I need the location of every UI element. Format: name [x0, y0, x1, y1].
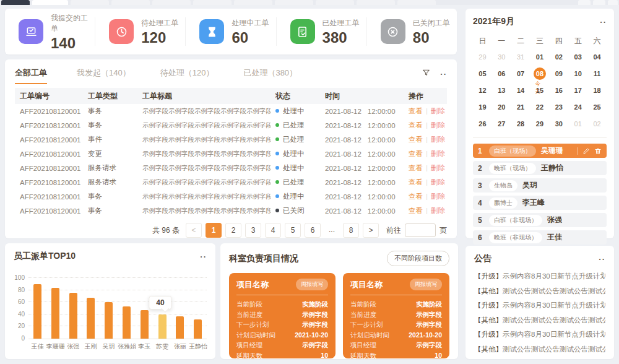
browser-tab[interactable]: [608, 0, 618, 5]
weekly-report-badge[interactable]: 周报填写: [410, 279, 442, 290]
calendar-day[interactable]: 05: [473, 66, 492, 81]
weekly-report-badge[interactable]: 周报填写: [296, 279, 328, 290]
shift-item[interactable]: 4鹏博士李王峰: [473, 196, 607, 210]
filter-funnel-icon[interactable]: [422, 68, 430, 79]
more-icon[interactable]: ··: [200, 253, 207, 261]
delete-link[interactable]: 删除: [431, 136, 445, 143]
announcement-item[interactable]: 【其他】测试公告测试公告测试公告测试公告测试公告: [474, 284, 605, 299]
view-link[interactable]: 查看: [409, 164, 423, 171]
pagination-goto-input[interactable]: [405, 223, 436, 237]
shift-item[interactable]: 3生物岛吴玥: [473, 178, 607, 193]
browser-tab[interactable]: [32, 0, 68, 5]
announcement-item[interactable]: 【升级】示例内容8月30日新节点升级计划通知: [474, 298, 605, 313]
pagination-page-3[interactable]: 3: [245, 223, 261, 238]
calendar-day[interactable]: 21: [511, 100, 530, 115]
browser-tab[interactable]: [593, 0, 605, 5]
calendar-day[interactable]: 02: [549, 50, 568, 64]
delete-link[interactable]: 删除: [431, 193, 445, 200]
browser-tab[interactable]: [275, 0, 313, 5]
browser-tab[interactable]: [578, 0, 591, 5]
trash-icon[interactable]: [594, 147, 602, 155]
calendar-day[interactable]: 30: [549, 116, 568, 131]
view-link[interactable]: 查看: [409, 107, 423, 115]
shift-item[interactable]: 1白班（现场）吴珊珊: [473, 144, 607, 158]
calendar-day[interactable]: 19: [473, 100, 492, 115]
calendar-day[interactable]: 30: [492, 50, 511, 64]
calendar-day[interactable]: 01: [530, 50, 550, 64]
chart-bar[interactable]: [105, 302, 113, 339]
delete-link[interactable]: 删除: [431, 164, 445, 171]
calendar-day[interactable]: 16: [549, 83, 568, 98]
calendar-day[interactable]: 03: [568, 50, 587, 64]
calendar-day[interactable]: 12: [473, 83, 492, 98]
pagination-page-4[interactable]: 4: [265, 223, 281, 238]
chart-bar[interactable]: [176, 316, 184, 339]
browser-tab[interactable]: [193, 0, 232, 5]
calendar-day[interactable]: 15: [530, 83, 550, 98]
calendar-day[interactable]: 24: [568, 100, 587, 115]
shift-item[interactable]: 6晚班（非现场）王佳: [473, 230, 607, 245]
shift-item[interactable]: 2晚班（现场）王静怡: [473, 161, 607, 175]
calendar-day-today[interactable]: 08今天: [530, 66, 550, 81]
calendar-day[interactable]: 23: [549, 100, 568, 115]
calendar-day[interactable]: 22: [530, 100, 550, 115]
pagination-page-2[interactable]: 2: [225, 223, 241, 238]
calendar-day[interactable]: 09: [549, 66, 568, 81]
announcement-item[interactable]: 【升级】示例内容8月30日新节点升级计划通知: [474, 327, 605, 342]
chart-bar[interactable]: [87, 298, 95, 339]
delete-link[interactable]: 删除: [431, 121, 445, 129]
view-link[interactable]: 查看: [409, 178, 423, 186]
delete-link[interactable]: 删除: [431, 107, 445, 115]
delete-link[interactable]: 删除: [431, 150, 445, 157]
view-link[interactable]: 查看: [409, 193, 423, 200]
view-link[interactable]: 查看: [409, 150, 423, 157]
tab-workorders-3[interactable]: 已处理（380）: [243, 67, 297, 84]
calendar-day[interactable]: 10: [568, 66, 587, 81]
calendar-day[interactable]: 01: [568, 116, 587, 131]
calendar-day[interactable]: 07: [511, 66, 530, 81]
chart-bar[interactable]: [69, 293, 77, 339]
chart-bar[interactable]: [123, 306, 131, 339]
browser-tab-active[interactable]: [1, 0, 30, 5]
tab-workorders-2[interactable]: 待处理（120）: [160, 67, 214, 84]
calendar-day[interactable]: 17: [568, 83, 587, 98]
tab-workorders-1[interactable]: 我发起（140）: [77, 67, 131, 84]
pagination-page-8[interactable]: 8: [343, 223, 359, 238]
calendar-day[interactable]: 18: [587, 83, 607, 98]
calendar-day[interactable]: 20: [492, 100, 511, 115]
calendar-day[interactable]: 25: [587, 100, 607, 115]
calendar-day[interactable]: 02: [587, 116, 607, 131]
announcement-item[interactable]: 【其他】测试公告测试公告测试公告测试公告测试公告: [474, 313, 605, 328]
calendar-day[interactable]: 06: [492, 66, 511, 81]
pagination-prev-button[interactable]: <: [186, 223, 202, 238]
browser-tab[interactable]: [71, 0, 109, 5]
view-link[interactable]: 查看: [409, 136, 423, 143]
calendar-day[interactable]: 28: [511, 116, 530, 131]
browser-tab[interactable]: [152, 0, 191, 5]
pagination-next-button[interactable]: >: [363, 223, 379, 238]
chart-bar[interactable]: [33, 284, 41, 339]
top-tab-strip[interactable]: [0, 0, 619, 5]
delete-link[interactable]: 删除: [431, 178, 445, 186]
calendar-day[interactable]: 27: [492, 116, 511, 131]
shift-item[interactable]: 5白班（非现场）张强: [473, 213, 607, 227]
more-icon[interactable]: ··: [599, 255, 605, 263]
delete-link[interactable]: 删除: [431, 207, 445, 214]
announcement-item[interactable]: 【升级】示例内容8月30日新节点升级计划通知: [474, 269, 605, 284]
chart-bar[interactable]: [194, 319, 202, 339]
calendar-day[interactable]: 29: [473, 50, 492, 64]
chart-bar[interactable]: [51, 288, 59, 339]
browser-tab[interactable]: [357, 0, 395, 5]
pagination-page-1[interactable]: 1: [206, 223, 222, 238]
browser-tab[interactable]: [111, 0, 150, 5]
pagination-page-5[interactable]: 5: [285, 223, 301, 238]
more-icon[interactable]: ··: [600, 18, 607, 26]
chart-bar[interactable]: [158, 314, 167, 339]
tab-workorders-0[interactable]: 全部工单: [15, 67, 47, 84]
calendar-day[interactable]: 04: [587, 50, 607, 64]
view-link[interactable]: 查看: [409, 121, 423, 129]
calendar-day[interactable]: 29: [530, 116, 550, 131]
more-icon[interactable]: ··: [440, 70, 447, 78]
browser-tab[interactable]: [234, 0, 272, 5]
view-link[interactable]: 查看: [409, 207, 423, 214]
